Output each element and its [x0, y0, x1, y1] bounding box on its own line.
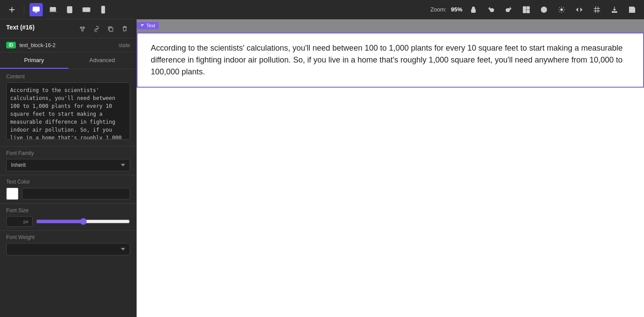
font-size-input[interactable]	[10, 218, 23, 225]
svg-rect-14	[630, 7, 633, 9]
svg-rect-13	[631, 11, 633, 12]
grid-button[interactable]	[590, 3, 603, 16]
font-family-section: Font Family Inherit Arial Georgia Times …	[0, 146, 136, 175]
svg-point-12	[561, 8, 563, 11]
font-weight-section: Font Weight Normal (400) Semi-Bold (600)…	[0, 230, 136, 259]
font-size-slider[interactable]	[36, 218, 130, 225]
settings-button[interactable]	[555, 3, 568, 16]
toolbar-separator-1	[24, 5, 24, 14]
sidebar-header: Text (#16)	[0, 19, 136, 38]
history-button[interactable]	[537, 3, 551, 16]
group-icon[interactable]	[77, 24, 88, 34]
save-button[interactable]	[625, 3, 639, 16]
font-weight-select[interactable]: Normal (400) Semi-Bold (600) Bold (700)	[6, 243, 130, 255]
svg-rect-8	[523, 6, 526, 12]
color-input[interactable]	[22, 188, 130, 199]
toolbar-right: Zoom: 95%	[430, 3, 639, 16]
svg-rect-9	[527, 6, 529, 9]
layout-button[interactable]	[520, 3, 533, 16]
svg-rect-7	[472, 9, 476, 12]
delete-icon[interactable]	[119, 24, 130, 34]
content-section-label: Content	[0, 69, 136, 82]
desktop-view-button[interactable]	[30, 3, 43, 16]
tablet-view-button[interactable]	[63, 3, 76, 16]
text-label-badge: Text	[137, 22, 159, 29]
export-button[interactable]	[608, 3, 621, 16]
duplicate-icon[interactable]	[105, 24, 116, 34]
svg-point-3	[69, 11, 70, 12]
content-textarea[interactable]	[6, 82, 130, 140]
font-size-input-wrap: px	[6, 216, 33, 227]
left-sidebar: Text (#16) ID	[0, 19, 137, 317]
svg-rect-4	[83, 7, 90, 11]
canvas-area[interactable]: Text According to the scientists' calcul…	[137, 19, 644, 317]
laptop-view-button[interactable]	[46, 3, 60, 16]
svg-rect-10	[527, 10, 529, 12]
code-button[interactable]	[573, 3, 586, 16]
color-swatch[interactable]	[6, 188, 19, 200]
canvas-main-text: According to the scientists' calculation…	[151, 44, 623, 76]
text-color-section: Text Color	[0, 175, 136, 203]
id-badge: ID	[6, 42, 16, 48]
redo-button[interactable]	[502, 3, 515, 16]
svg-point-17	[82, 29, 83, 31]
wide-view-button[interactable]	[80, 3, 93, 16]
element-actions	[77, 24, 130, 34]
font-size-section: Font Size px	[0, 203, 136, 230]
id-value: text_block-16-2	[19, 42, 115, 48]
svg-rect-18	[109, 28, 113, 31]
id-section: ID text_block-16-2 state	[0, 38, 136, 52]
main-layout: Text (#16) ID	[0, 19, 644, 317]
sidebar-content[interactable]: Content Font Family Inherit Arial Georgi…	[0, 69, 136, 317]
font-family-label: Font Family	[6, 150, 130, 156]
tab-primary[interactable]: Primary	[0, 52, 68, 69]
color-row	[6, 188, 130, 200]
top-toolbar: Zoom: 95%	[0, 0, 644, 19]
font-size-label: Font Size	[6, 207, 130, 214]
svg-rect-0	[33, 7, 39, 11]
svg-point-6	[103, 12, 103, 12]
font-size-row: px	[6, 216, 130, 227]
add-button[interactable]	[5, 3, 19, 16]
undo-button[interactable]	[484, 3, 498, 16]
lock-button[interactable]	[467, 3, 480, 16]
tab-advanced[interactable]: Advanced	[68, 52, 137, 69]
text-color-label: Text Color	[6, 179, 130, 185]
zoom-label: Zoom:	[430, 6, 447, 13]
sidebar-tabs: Primary Advanced	[0, 52, 136, 69]
selected-text-block[interactable]: According to the scientists' calculation…	[137, 33, 644, 88]
state-label: state	[119, 42, 130, 48]
mobile-view-button[interactable]	[97, 3, 110, 16]
svg-rect-1	[50, 7, 56, 11]
link-icon[interactable]	[91, 24, 102, 34]
toolbar-left	[5, 3, 110, 16]
canvas-inner: Text According to the scientists' calcul…	[137, 33, 644, 317]
zoom-value: 95%	[451, 6, 462, 13]
px-unit: px	[23, 219, 29, 224]
font-weight-label: Font Weight	[6, 234, 130, 240]
font-family-select[interactable]: Inherit Arial Georgia Times New Roman Ve…	[6, 159, 130, 171]
font-size-slider-wrap	[36, 217, 130, 226]
element-title: Text (#16)	[6, 24, 34, 31]
